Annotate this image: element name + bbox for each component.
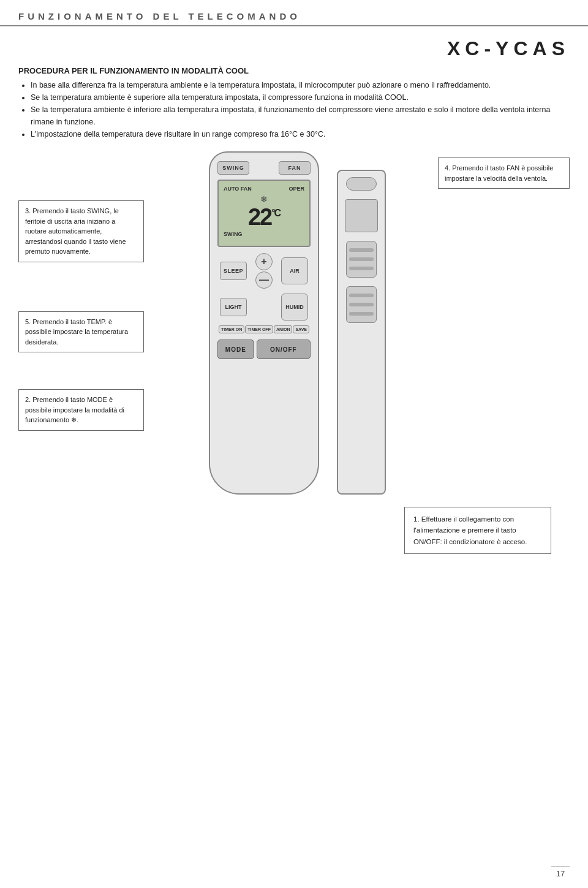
temp-controls: + — <box>255 253 273 289</box>
vent-line-5 <box>349 303 374 306</box>
callout-swing: 3. Premendo il tasto SWING, le feritoie … <box>18 200 144 262</box>
temp-minus-button[interactable]: — <box>255 271 273 289</box>
callout-3-text: Premendo il tasto SWING, le feritoie di … <box>25 207 126 255</box>
callout-fan: 4. Premendo il tasto FAN è possibile imp… <box>438 157 570 189</box>
page-number: 17 <box>551 866 570 878</box>
intro-list: In base alla differenza fra la temperatu… <box>18 79 570 140</box>
ac-display <box>345 199 378 232</box>
sleep-button[interactable]: SLEEP <box>220 262 247 280</box>
vent-line-4 <box>349 294 374 297</box>
snowflake-icon: ❄ <box>224 194 304 204</box>
remote-top-buttons: SWING FAN <box>217 161 311 175</box>
ac-vents-2 <box>346 286 377 323</box>
callout-5-text: Premendo il tasto TEMP. è possibile impo… <box>25 318 128 346</box>
mode-button[interactable]: MODE <box>217 340 254 359</box>
auto-fan-label: AUTO FAN <box>224 186 252 192</box>
right-panel: 4. Premendo il tasto FAN è possibile imp… <box>438 151 570 495</box>
intro-bullet-4: L'impostazione della temperatura deve ri… <box>31 128 570 140</box>
callout-1-num: 1. <box>413 515 420 523</box>
swing-button[interactable]: SWING <box>217 161 249 175</box>
callout-temp: 5. Premendo il tasto TEMP. è possibile i… <box>18 311 144 353</box>
callout-1-text: Effettuare il collegamento con l'aliment… <box>413 515 527 545</box>
remote-display: AUTO FAN OPER ❄ 22°C SWING <box>217 180 311 247</box>
anion-button[interactable]: ANION <box>274 325 293 333</box>
intro-bullet-1: In base alla differenza fra la temperatu… <box>31 79 570 91</box>
air-wrap: AIR <box>281 257 308 284</box>
intro-section: PROCEDURA PER IL FUNZIONAMENTO IN MODALI… <box>18 66 570 140</box>
display-top-row: AUTO FAN OPER <box>224 186 304 192</box>
intro-bullet-3: Se la temperatura ambiente è inferiore a… <box>31 104 570 128</box>
air-button[interactable]: AIR <box>281 257 308 284</box>
callout-2-text: Premendo il tasto MODE è possibile impos… <box>25 396 124 423</box>
remote-mode-row: MODE ON/OFF <box>217 340 311 359</box>
center-panel: SWING FAN AUTO FAN OPER ❄ 22°C SWING SLE… <box>196 151 386 495</box>
temp-plus-button[interactable]: + <box>255 253 273 270</box>
light-button[interactable]: LIGHT <box>220 298 247 316</box>
callout-5-num: 5. <box>25 318 31 325</box>
humid-button[interactable]: HUMID <box>281 294 308 321</box>
remote-control: SWING FAN AUTO FAN OPER ❄ 22°C SWING SLE… <box>209 151 319 495</box>
middle-area: 3. Premendo il tasto SWING, le feritoie … <box>18 151 570 495</box>
onoff-button[interactable]: ON/OFF <box>257 340 311 359</box>
vent-line-3 <box>349 267 374 270</box>
intro-bullet-2: Se la temperatura ambiente è superiore a… <box>31 91 570 104</box>
main-content: PROCEDURA PER IL FUNZIONAMENTO IN MODALI… <box>0 60 588 560</box>
timer-on-button[interactable]: TIMER ON <box>219 325 244 333</box>
save-button[interactable]: SAVE <box>293 325 309 333</box>
bottom-section: 1. Effettuare il collegamento con l'alim… <box>18 507 570 554</box>
humid-wrap: HUMID <box>281 294 308 321</box>
intro-title: PROCEDURA PER IL FUNZIONAMENTO IN MODALI… <box>18 66 570 75</box>
remote-bottom-row: TIMER ON TIMER OFF ANION SAVE <box>217 325 311 333</box>
callout-4-num: 4. <box>445 164 450 172</box>
callout-2-num: 2. <box>25 396 31 403</box>
ac-unit-panel <box>337 170 386 495</box>
timer-off-button[interactable]: TIMER OFF <box>245 325 273 333</box>
callout-mode: 2. Premendo il tasto MODE è possibile im… <box>18 389 144 431</box>
callout-3-num: 3. <box>25 207 31 214</box>
oper-label: OPER <box>288 186 304 192</box>
fan-button[interactable]: FAN <box>279 161 311 175</box>
callout-4-text: Premendo il tasto FAN è possibile impost… <box>445 164 553 182</box>
page-header: FUNZIONAMENTO DEL TELECOMANDO <box>0 0 588 26</box>
display-swing-label: SWING <box>224 231 304 237</box>
model-title: XC-YCAS <box>0 31 588 60</box>
vent-line-1 <box>349 248 374 252</box>
callout-onoff: 1. Effettuare il collegamento con l'alim… <box>404 507 551 554</box>
vent-line-6 <box>349 312 374 316</box>
left-panel: 3. Premendo il tasto SWING, le feritoie … <box>18 151 144 495</box>
ac-vents <box>346 241 377 278</box>
temperature-display: 22°C <box>224 205 304 229</box>
ac-top-button <box>346 177 377 191</box>
vent-line-2 <box>349 257 374 261</box>
header-title: FUNZIONAMENTO DEL TELECOMANDO <box>18 11 301 21</box>
